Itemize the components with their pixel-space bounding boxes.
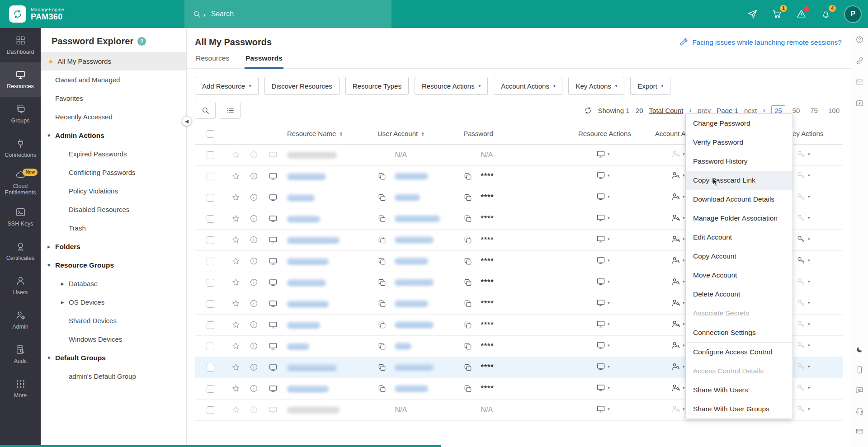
page-size-option[interactable]: 75 <box>807 105 821 116</box>
copy-account-icon[interactable] <box>377 363 387 372</box>
cart-icon[interactable]: 1 <box>772 9 783 19</box>
account-actions-button[interactable]: ▾ <box>671 235 685 244</box>
context-menu-item[interactable]: Change Password <box>686 114 793 133</box>
row-checkbox[interactable] <box>207 236 214 244</box>
copy-account-icon[interactable] <box>377 235 387 245</box>
explorer-item[interactable]: ★ Favorites <box>41 89 186 108</box>
info-icon[interactable] <box>250 214 258 223</box>
resource-actions-button[interactable]: ▾ <box>596 405 610 414</box>
column-user-account[interactable]: User Account▲▼ <box>374 123 460 144</box>
next-button[interactable]: next <box>744 107 757 114</box>
sidebar-item-ssh-keys[interactable]: SSH Keys <box>0 200 41 234</box>
refresh-icon[interactable] <box>584 106 592 115</box>
account-actions-button[interactable]: ▾ <box>671 256 685 265</box>
account-actions-button[interactable]: ▾ <box>671 341 685 350</box>
key-actions-button[interactable]: ▾ <box>797 341 810 350</box>
explorer-item[interactable]: ★ Recently Accessed <box>41 108 186 126</box>
sort-icon[interactable]: ▲▼ <box>421 132 425 137</box>
info-icon[interactable] <box>250 363 258 372</box>
prev-button[interactable]: prev <box>698 107 711 114</box>
toolbar-button[interactable]: Export ▾ <box>630 77 670 95</box>
row-checkbox[interactable] <box>207 258 214 265</box>
resource-actions-button[interactable]: ▾ <box>596 171 610 180</box>
account-actions-button[interactable]: ▾ <box>671 213 685 222</box>
info-icon[interactable] <box>250 384 258 393</box>
column-view-button[interactable] <box>220 102 241 119</box>
explorer-item[interactable]: ★ OS Devices <box>41 293 186 311</box>
copy-password-icon[interactable] <box>463 320 472 329</box>
resource-actions-button[interactable]: ▾ <box>596 383 610 392</box>
help-icon[interactable]: ? <box>137 37 146 46</box>
context-menu-item[interactable]: Download Account Details <box>686 190 793 209</box>
account-actions-button[interactable]: ▾ <box>671 171 685 180</box>
copy-account-icon[interactable] <box>377 278 387 287</box>
vault-icon[interactable] <box>855 99 864 108</box>
feedback-chat-icon[interactable] <box>855 386 864 395</box>
info-icon[interactable] <box>250 405 258 414</box>
explorer-item[interactable]: ★ All My Passwords <box>41 52 186 71</box>
search-scope-caret-icon[interactable]: ▾ <box>203 13 206 18</box>
explorer-item[interactable]: ★ Resource Groups <box>41 256 186 274</box>
favorite-star-icon[interactable] <box>231 278 240 287</box>
favorite-star-icon[interactable] <box>231 257 240 265</box>
context-menu-item[interactable]: Edit Account <box>686 228 793 247</box>
search-input[interactable] <box>211 10 383 18</box>
account-actions-button[interactable]: ▾ <box>671 383 685 392</box>
quick-connect-icon[interactable] <box>747 9 758 19</box>
brand-logo[interactable]: ManageEngine PAM360 <box>9 0 64 28</box>
sidebar-item-admin[interactable]: Admin <box>0 303 41 337</box>
explorer-item[interactable]: ★ Windows Devices <box>41 330 186 348</box>
redacted-resource-name[interactable] <box>287 343 309 350</box>
explorer-item[interactable]: ★ Database <box>41 274 186 293</box>
row-checkbox[interactable] <box>207 151 214 159</box>
help-icon[interactable] <box>855 35 864 44</box>
resource-actions-button[interactable]: ▾ <box>596 277 610 286</box>
account-actions-button[interactable]: ▾ <box>671 298 685 307</box>
copy-account-icon[interactable] <box>377 299 387 308</box>
copy-account-icon[interactable] <box>377 384 387 393</box>
tab[interactable]: Passwords <box>245 54 283 69</box>
dark-mode-icon[interactable] <box>855 345 864 354</box>
copy-password-icon[interactable] <box>463 257 472 266</box>
context-menu-item[interactable]: Share With User Groups <box>686 400 793 419</box>
favorite-star-icon[interactable] <box>231 193 240 202</box>
row-checkbox[interactable] <box>207 173 214 180</box>
row-checkbox[interactable] <box>207 385 214 393</box>
favorite-star-icon[interactable] <box>231 299 240 308</box>
sidebar-item-connections[interactable]: Connections <box>0 131 41 165</box>
context-menu-item[interactable]: Copy Account <box>686 247 793 266</box>
context-menu-item[interactable]: Connection Settings <box>686 323 793 343</box>
key-actions-button[interactable]: ▾ <box>797 150 810 159</box>
favorite-star-icon[interactable] <box>231 172 240 180</box>
info-icon[interactable] <box>250 342 258 350</box>
total-count-link[interactable]: Total Count <box>649 107 684 114</box>
info-icon[interactable] <box>250 320 258 329</box>
context-menu-item[interactable]: Delete Account <box>686 285 793 304</box>
redacted-resource-name[interactable] <box>287 407 340 414</box>
shortcut-keyboard-icon[interactable] <box>855 427 864 435</box>
row-checkbox[interactable] <box>207 343 214 350</box>
favorite-star-icon[interactable] <box>231 405 240 414</box>
resource-actions-button[interactable]: ▾ <box>596 320 610 329</box>
copy-password-icon[interactable] <box>463 172 472 181</box>
redacted-resource-name[interactable] <box>287 173 326 180</box>
favorite-star-icon[interactable] <box>231 320 240 329</box>
row-checkbox[interactable] <box>207 364 214 372</box>
copy-password-icon[interactable] <box>463 363 472 372</box>
row-checkbox[interactable] <box>207 321 214 329</box>
redacted-resource-name[interactable] <box>287 279 326 286</box>
row-checkbox[interactable] <box>207 215 214 223</box>
favorite-star-icon[interactable] <box>231 342 240 350</box>
copy-account-icon[interactable] <box>377 342 387 351</box>
support-headset-icon[interactable] <box>855 406 864 415</box>
key-actions-button[interactable]: ▾ <box>797 320 810 329</box>
table-search-button[interactable] <box>195 102 216 119</box>
explorer-item[interactable]: ★ Trash <box>41 219 186 237</box>
toolbar-button[interactable]: Account Actions ▾ <box>494 77 562 95</box>
key-actions-button[interactable]: ▾ <box>797 171 810 180</box>
context-menu-item[interactable]: Manage Folder Association <box>686 209 793 228</box>
context-menu-item[interactable]: Copy Passcard Link <box>686 171 793 190</box>
sort-icon[interactable]: ▲▼ <box>339 132 343 137</box>
info-icon[interactable] <box>250 193 258 202</box>
explorer-item[interactable]: ★ Admin Actions <box>41 126 186 145</box>
